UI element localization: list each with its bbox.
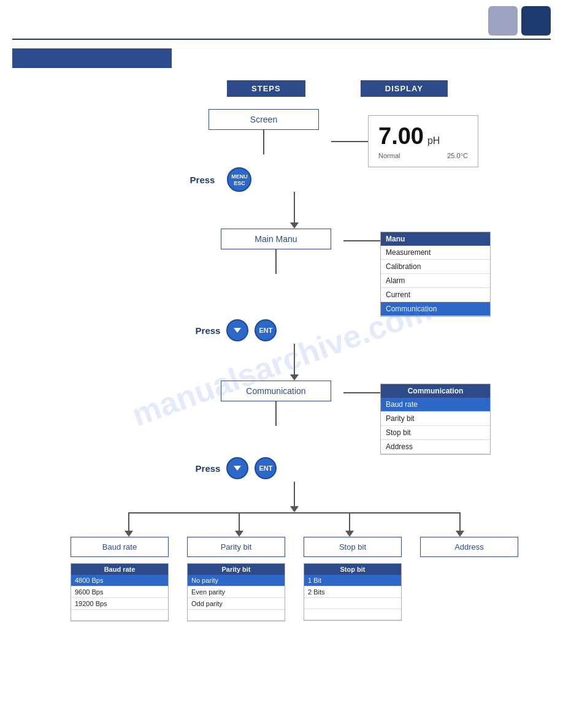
down-arrow-icon-2 [234, 466, 241, 471]
press-label-1: Press [190, 175, 215, 185]
h-connector-menu [343, 240, 380, 241]
baudrate-4800: 4800 Bps [71, 575, 168, 586]
branch-v-3 [349, 512, 350, 531]
ent-button-1[interactable]: ENT [255, 319, 277, 341]
blue-bar [12, 48, 172, 68]
baudrate-label-box: Baud rate [71, 537, 169, 557]
header-icons [488, 6, 551, 36]
menu-item-measurement: Measurement [381, 246, 490, 260]
arrow-1 [290, 222, 299, 229]
display-temp: 25.0°C [447, 152, 468, 159]
ent-button-2[interactable]: ENT [255, 457, 277, 479]
h-connector-comm [343, 392, 380, 393]
comm-item-stopbit: Stop bit [381, 426, 490, 440]
stopbit-empty1 [304, 598, 401, 609]
baudrate-empty [71, 610, 168, 621]
display-sub: Normal 25.0°C [378, 152, 468, 159]
branch-arrow-4 [456, 531, 464, 537]
branch-v-4 [459, 512, 461, 531]
branch-arrow-1 [124, 531, 133, 537]
arrow-3 [290, 506, 299, 512]
stopbit-2: 2 Bits [304, 586, 401, 598]
baudrate-subtable: Baud rate 4800 Bps 9600 Bps 19200 Bps [71, 563, 169, 621]
branch-arrow-3 [345, 531, 354, 537]
ent-label-2: ENT [259, 464, 272, 472]
comm-item-address: Address [381, 440, 490, 454]
parity-none: No parity [188, 575, 285, 586]
menu-item-calibration: Calibration [381, 260, 490, 274]
bottom-col-address: Address [411, 537, 527, 621]
ent-label-1: ENT [259, 327, 272, 334]
stopbit-label-box: Stop bit [304, 537, 402, 557]
menu-text: MENU [231, 173, 248, 180]
screen-box: Screen [209, 109, 319, 130]
main-content: manualsarchive.com STEPS DISPLAY Screen [0, 68, 563, 646]
branch-v-2 [239, 512, 240, 531]
v-connector-5 [275, 401, 277, 426]
bottom-col-stopbit: Stop bit Stop bit 1 Bit 2 Bits [294, 537, 411, 621]
v-connector-1 [263, 130, 264, 154]
stopbit-subheader: Stop bit [304, 564, 401, 575]
menu-header: Manu [381, 232, 490, 246]
display-status: Normal [378, 152, 400, 159]
menu-esc-button[interactable]: MENU ESC [227, 167, 251, 192]
parity-even: Even parity [188, 586, 285, 598]
display-header: DISPLAY [361, 80, 448, 97]
parity-subheader: Parity bit [188, 564, 285, 575]
header [0, 0, 563, 39]
comm-panel: Communication Baud rate Parity bit Stop … [380, 384, 491, 455]
baudrate-subheader: Baud rate [71, 564, 168, 575]
comm-item-paritybit: Parity bit [381, 412, 490, 426]
stopbit-subtable: Stop bit 1 Bit 2 Bits [304, 563, 402, 621]
baudrate-9600: 9600 Bps [71, 586, 168, 598]
header-divider [12, 39, 551, 40]
parity-label-box: Parity bit [187, 537, 285, 557]
esc-text: ESC [234, 180, 245, 186]
v-connector-6 [294, 482, 295, 506]
v-connector-2 [294, 192, 295, 222]
down-button-1[interactable] [226, 319, 248, 341]
down-arrow-icon-1 [234, 328, 241, 333]
v-connector-4 [294, 344, 295, 374]
menu-item-alarm: Alarm [381, 274, 490, 288]
h-connector-display [331, 141, 368, 142]
stopbit-1: 1 Bit [304, 575, 401, 586]
address-label-box: Address [420, 537, 518, 557]
flow-wrapper: STEPS DISPLAY Screen 7.00 pH [12, 80, 552, 621]
v-connector-3 [275, 249, 277, 274]
header-icon-dark [521, 6, 551, 36]
header-icon-light [488, 6, 518, 36]
parity-empty [188, 610, 285, 621]
stopbit-empty2 [304, 609, 401, 620]
steps-header: STEPS [227, 80, 305, 97]
menu-item-communication: Communication [381, 302, 490, 316]
comm-item-baudrate: Baud rate [381, 398, 490, 412]
down-button-2[interactable] [226, 457, 248, 479]
display-panel: 7.00 pH Normal 25.0°C [368, 115, 478, 167]
menu-panel: Manu Measurement Calibration Alarm Curre… [380, 232, 491, 317]
h-branch-line [129, 512, 460, 514]
bottom-col-baudrate: Baud rate Baud rate 4800 Bps 9600 Bps 19… [61, 537, 178, 621]
menu-item-current: Current [381, 288, 490, 302]
arrow-2 [290, 374, 299, 381]
communication-box: Communication [221, 381, 331, 401]
baudrate-19200: 19200 Bps [71, 598, 168, 610]
bottom-col-parity: Parity bit Parity bit No parity Even par… [178, 537, 294, 621]
comm-header: Communication [381, 384, 490, 398]
press-label-2: Press [196, 325, 221, 336]
parity-odd: Odd parity [188, 598, 285, 610]
ph-unit: pH [427, 135, 440, 146]
ph-value: 7.00 [378, 123, 424, 150]
press-label-3: Press [196, 463, 221, 474]
main-manu-box: Main Manu [221, 229, 331, 249]
branch-arrow-2 [235, 531, 243, 537]
branch-v-1 [128, 512, 129, 531]
parity-subtable: Parity bit No parity Even parity Odd par… [187, 563, 285, 621]
